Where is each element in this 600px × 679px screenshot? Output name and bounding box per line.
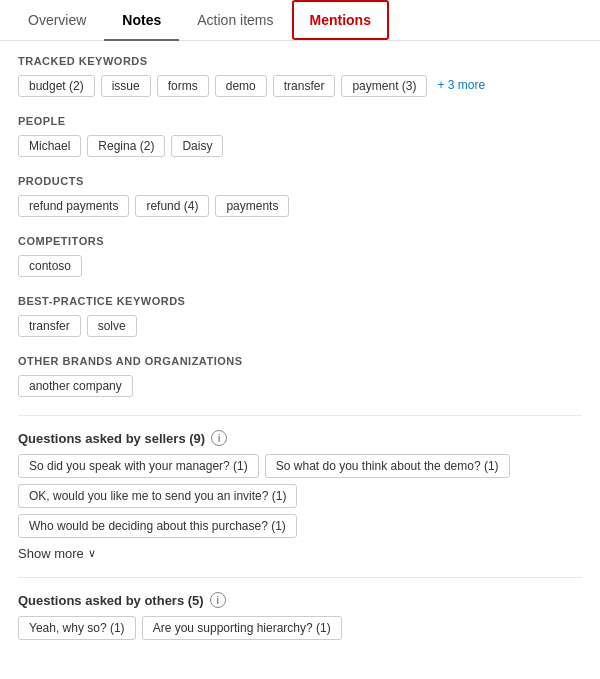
qtag-why[interactable]: Yeah, why so? (1) bbox=[18, 616, 136, 640]
questions-sellers-label: Questions asked by sellers (9) bbox=[18, 431, 205, 446]
products-tags: refund payments refund (4) payments bbox=[18, 195, 582, 217]
tag-transfer[interactable]: transfer bbox=[273, 75, 336, 97]
show-more-button[interactable]: Show more ∨ bbox=[18, 546, 582, 561]
tag-michael[interactable]: Michael bbox=[18, 135, 81, 157]
questions-sellers-info-icon[interactable]: i bbox=[211, 430, 227, 446]
tag-another-company[interactable]: another company bbox=[18, 375, 133, 397]
section-other-brands: OTHER BRANDS AND ORGANIZATIONS another c… bbox=[18, 355, 582, 397]
tracked-keywords-tags: budget (2) issue forms demo transfer pay… bbox=[18, 75, 582, 97]
show-more-label: Show more bbox=[18, 546, 84, 561]
questions-sellers-tags: So did you speak with your manager? (1) … bbox=[18, 454, 582, 538]
qtag-hierarchy[interactable]: Are you supporting hierarchy? (1) bbox=[142, 616, 342, 640]
other-brands-title: OTHER BRANDS AND ORGANIZATIONS bbox=[18, 355, 582, 367]
section-products: PRODUCTS refund payments refund (4) paym… bbox=[18, 175, 582, 217]
people-title: PEOPLE bbox=[18, 115, 582, 127]
tag-issue[interactable]: issue bbox=[101, 75, 151, 97]
tabs-bar: Overview Notes Action items Mentions bbox=[0, 0, 600, 41]
main-content: TRACKED KEYWORDS budget (2) issue forms … bbox=[0, 41, 600, 670]
qtag-purchase[interactable]: Who would be deciding about this purchas… bbox=[18, 514, 297, 538]
questions-others-title: Questions asked by others (5) i bbox=[18, 592, 582, 608]
divider-2 bbox=[18, 577, 582, 578]
tag-daisy[interactable]: Daisy bbox=[171, 135, 223, 157]
tab-action-items[interactable]: Action items bbox=[179, 0, 291, 40]
qtag-demo[interactable]: So what do you think about the demo? (1) bbox=[265, 454, 510, 478]
tab-mentions[interactable]: Mentions bbox=[292, 0, 389, 40]
tag-payment[interactable]: payment (3) bbox=[341, 75, 427, 97]
section-questions-others: Questions asked by others (5) i Yeah, wh… bbox=[18, 592, 582, 640]
tag-refund-payments[interactable]: refund payments bbox=[18, 195, 129, 217]
competitors-title: COMPETITORS bbox=[18, 235, 582, 247]
tag-forms[interactable]: forms bbox=[157, 75, 209, 97]
tag-payments[interactable]: payments bbox=[215, 195, 289, 217]
divider-1 bbox=[18, 415, 582, 416]
tag-solve[interactable]: solve bbox=[87, 315, 137, 337]
competitors-tags: contoso bbox=[18, 255, 582, 277]
qtag-manager[interactable]: So did you speak with your manager? (1) bbox=[18, 454, 259, 478]
section-questions-sellers: Questions asked by sellers (9) i So did … bbox=[18, 430, 582, 561]
questions-sellers-title: Questions asked by sellers (9) i bbox=[18, 430, 582, 446]
tag-demo[interactable]: demo bbox=[215, 75, 267, 97]
other-brands-tags: another company bbox=[18, 375, 582, 397]
tag-budget[interactable]: budget (2) bbox=[18, 75, 95, 97]
qtag-invite[interactable]: OK, would you like me to send you an inv… bbox=[18, 484, 297, 508]
tab-overview[interactable]: Overview bbox=[10, 0, 104, 40]
tag-regina[interactable]: Regina (2) bbox=[87, 135, 165, 157]
questions-others-info-icon[interactable]: i bbox=[210, 592, 226, 608]
people-tags: Michael Regina (2) Daisy bbox=[18, 135, 582, 157]
best-practice-tags: transfer solve bbox=[18, 315, 582, 337]
tracked-keywords-title: TRACKED KEYWORDS bbox=[18, 55, 582, 67]
tab-notes[interactable]: Notes bbox=[104, 0, 179, 40]
chevron-down-icon: ∨ bbox=[88, 547, 96, 560]
tag-refund[interactable]: refund (4) bbox=[135, 195, 209, 217]
section-best-practice: BEST-PRACTICE KEYWORDS transfer solve bbox=[18, 295, 582, 337]
best-practice-title: BEST-PRACTICE KEYWORDS bbox=[18, 295, 582, 307]
more-link[interactable]: + 3 more bbox=[433, 75, 489, 97]
section-competitors: COMPETITORS contoso bbox=[18, 235, 582, 277]
section-tracked-keywords: TRACKED KEYWORDS budget (2) issue forms … bbox=[18, 55, 582, 97]
tag-contoso[interactable]: contoso bbox=[18, 255, 82, 277]
products-title: PRODUCTS bbox=[18, 175, 582, 187]
tag-transfer-bp[interactable]: transfer bbox=[18, 315, 81, 337]
questions-others-label: Questions asked by others (5) bbox=[18, 593, 204, 608]
questions-others-tags: Yeah, why so? (1) Are you supporting hie… bbox=[18, 616, 582, 640]
section-people: PEOPLE Michael Regina (2) Daisy bbox=[18, 115, 582, 157]
